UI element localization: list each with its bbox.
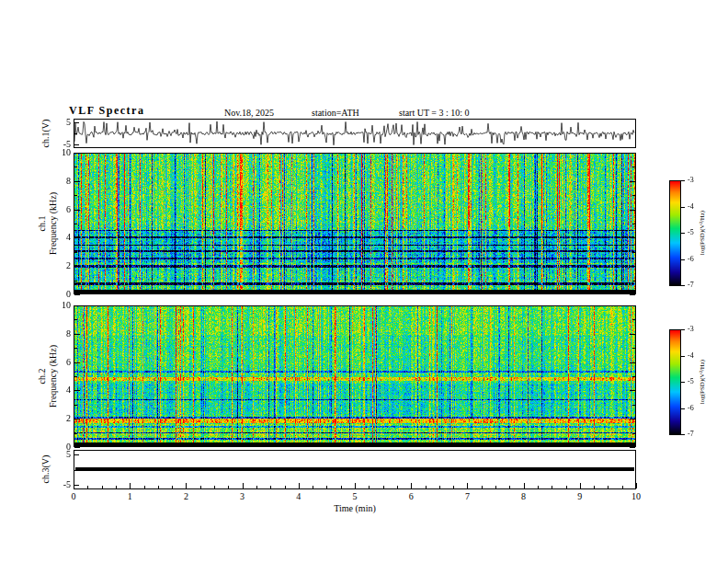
ch1-waveform-panel (74, 119, 636, 148)
x-axis-tick (467, 483, 468, 488)
ch1-spectrogram-y-tick (630, 153, 635, 154)
ch2-spectrogram-y-tick (74, 362, 80, 363)
x-axis-tick (299, 483, 300, 488)
ch3-y-tick (74, 470, 77, 471)
ch2-spectrogram-y-tick-label: 8 (52, 328, 71, 339)
ch1-waveform-y-tick (74, 122, 79, 123)
ch1-spectrogram-y-tick (74, 167, 77, 167)
ch2-axis-channel-text: ch.2 (37, 345, 48, 408)
ch2-colorbar-tick-label: -7 (688, 430, 694, 438)
x-axis-tick (524, 483, 525, 488)
ch1-spectrogram-y-tick (74, 153, 80, 154)
x-axis-tick (144, 486, 145, 488)
ch2-spectrogram-y-tick-label: 6 (52, 357, 71, 367)
ch1-voltage-axis-label: ch.1(V) (40, 120, 51, 148)
ch2-colorbar-tick (681, 356, 685, 357)
ch2-spectrogram-y-tick (630, 362, 635, 363)
ch1-spectrogram-canvas (74, 154, 635, 293)
x-axis-tick (369, 486, 370, 488)
x-axis-tick (313, 486, 313, 488)
ch1-spectrogram-y-tick-label: 6 (52, 204, 71, 214)
ch2-spectrogram-y-tick (630, 390, 635, 391)
ch2-colorbar-tick-label: -4 (688, 351, 694, 360)
x-axis-tick (566, 486, 567, 488)
x-axis-tick (482, 486, 483, 488)
x-tick-label: 10 (631, 491, 641, 501)
ch2-spectrogram-y-tick (74, 447, 80, 448)
ch2-spectrogram-panel (74, 305, 636, 447)
ch1-spectrogram-y-tick (632, 281, 635, 282)
x-axis-tick (397, 486, 398, 488)
ch1-spectrogram-y-tick-label: 4 (52, 232, 71, 242)
ch1-colorbar-tick (681, 233, 685, 234)
x-axis-tick (172, 486, 173, 488)
x-tick-label: 3 (240, 491, 245, 501)
ch2-spectrogram-y-tick (630, 334, 635, 335)
ch2-colorbar-tick (681, 329, 685, 330)
ch2-spectrogram-y-tick (632, 348, 635, 349)
ch1-spectrogram-y-tick (632, 224, 635, 224)
ch1-colorbar-tick (681, 207, 685, 208)
ch2-colorbar-tick (681, 382, 685, 383)
x-axis-tick (552, 486, 552, 488)
ch3-y-tick (74, 454, 79, 455)
x-axis-tick (439, 486, 440, 488)
ch2-colorbar-tick (681, 434, 685, 435)
ch1-colorbar-label: log(PSD)(V²/Hz) (699, 211, 706, 255)
x-axis-tick (495, 486, 496, 488)
ch2-spectrogram-y-tick (630, 419, 635, 419)
ch1-colorbar-tick-label: -5 (688, 228, 694, 236)
ch2-colorbar-tick (681, 408, 685, 409)
ch1-spectrogram-y-tick (630, 237, 635, 238)
x-axis-tick (285, 486, 286, 488)
x-axis-tick (411, 483, 412, 488)
x-tick-label: 1 (128, 491, 132, 501)
ch1-waveform-y-tick (74, 133, 77, 134)
ch1-spectrogram-y-tick (630, 210, 635, 211)
ch1-spectrogram-y-tick (632, 167, 635, 167)
x-axis-tick (636, 483, 637, 488)
ch2-spectrogram-y-tick (74, 334, 80, 335)
ch1-colorbar-tick (681, 259, 685, 260)
x-axis-tick (355, 483, 356, 488)
x-tick-label: 0 (72, 491, 76, 501)
ch1-colorbar-canvas (670, 181, 680, 285)
x-axis-label: Time (min) (334, 503, 375, 513)
ch2-spectrogram-y-tick (632, 319, 635, 320)
ch2-colorbar-tick-label: -6 (688, 404, 694, 412)
ch1-frequency-axis-label: ch.1 Frequency (kHz) (37, 192, 59, 255)
ch1-colorbar-tick-label: -3 (688, 176, 694, 184)
x-axis-tick (538, 486, 539, 488)
ch1-colorbar-tick-label: -7 (688, 281, 694, 289)
ch2-spectrogram-y-tick (74, 319, 77, 320)
header-start-ut: start UT = 3 : 10: 0 (399, 108, 470, 118)
x-axis-tick (228, 486, 229, 488)
x-axis-tick (509, 486, 510, 488)
ch1-spectrogram-y-tick (74, 210, 80, 211)
ch2-spectrogram-y-tick (74, 390, 80, 391)
ch1-colorbar-tick-label: -6 (688, 255, 694, 263)
ch1-spectrogram-y-tick (74, 252, 77, 253)
ch2-spectrogram-y-tick (630, 447, 635, 448)
x-tick-label: 8 (521, 491, 526, 501)
x-axis-tick (270, 486, 271, 488)
ch2-spectrogram-y-tick (74, 348, 77, 349)
ch1-waveform-y-tick-label: -5 (52, 139, 71, 149)
x-tick-label: 2 (184, 491, 188, 501)
x-axis-tick (158, 486, 159, 488)
x-axis-tick (426, 486, 427, 488)
header-date: Nov.18, 2025 (224, 108, 274, 118)
ch3-flatline-trace (75, 467, 634, 471)
ch2-spectrogram-y-tick (74, 305, 80, 306)
ch1-spectrogram-y-tick (630, 294, 635, 295)
x-axis-tick (256, 486, 257, 488)
x-axis-tick (580, 483, 581, 488)
ch3-voltage-axis-label: ch.3(V) (40, 455, 51, 484)
ch1-waveform-y-tick (74, 144, 79, 145)
x-axis-tick (130, 483, 131, 488)
ch1-spectrogram-y-tick-label: 8 (52, 176, 71, 186)
ch1-colorbar-tick (681, 180, 685, 181)
x-tick-label: 7 (465, 491, 470, 501)
x-axis-tick (326, 486, 327, 488)
x-axis-tick (608, 486, 609, 488)
